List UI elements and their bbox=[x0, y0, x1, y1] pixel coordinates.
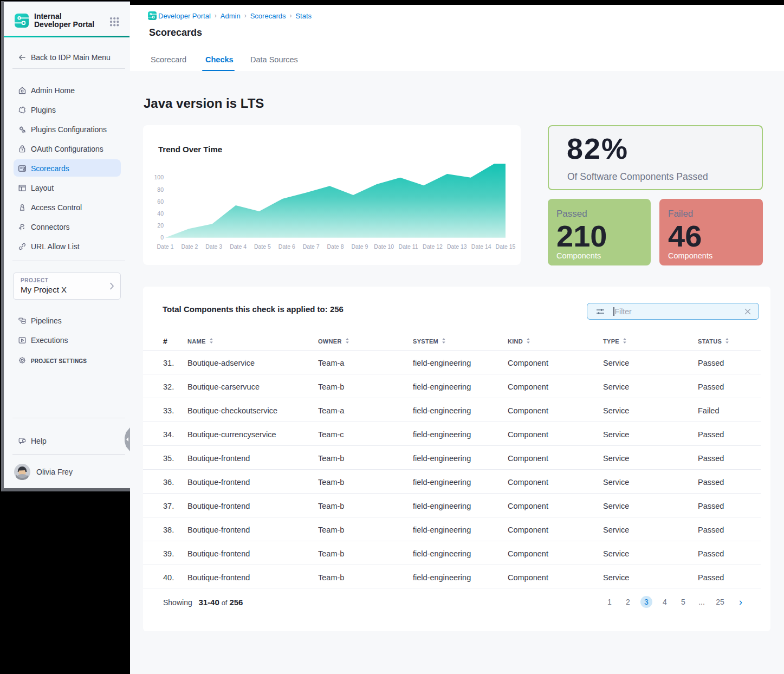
svg-text:Date 2: Date 2 bbox=[181, 243, 198, 250]
svg-text:60: 60 bbox=[157, 198, 164, 205]
svg-text:80: 80 bbox=[157, 186, 164, 193]
svg-text:Date 15: Date 15 bbox=[496, 243, 516, 250]
svg-text:Date 4: Date 4 bbox=[230, 243, 247, 250]
svg-text:Date 14: Date 14 bbox=[471, 243, 491, 250]
svg-text:Date 7: Date 7 bbox=[303, 243, 320, 250]
svg-text:Date 12: Date 12 bbox=[423, 243, 443, 250]
svg-text:Date 1: Date 1 bbox=[157, 243, 174, 250]
svg-text:Date 11: Date 11 bbox=[399, 243, 418, 250]
svg-text:Date 3: Date 3 bbox=[205, 243, 222, 250]
svg-text:Date 9: Date 9 bbox=[351, 243, 368, 250]
svg-text:40: 40 bbox=[157, 210, 164, 217]
svg-text:Date 10: Date 10 bbox=[374, 243, 394, 250]
svg-text:20: 20 bbox=[157, 222, 164, 229]
svg-text:Date 8: Date 8 bbox=[327, 243, 344, 250]
svg-text:100: 100 bbox=[154, 174, 164, 180]
svg-text:Date 6: Date 6 bbox=[278, 243, 295, 250]
svg-text:Date 5: Date 5 bbox=[254, 243, 271, 250]
svg-text:Date 13: Date 13 bbox=[447, 243, 467, 250]
svg-text:0: 0 bbox=[160, 234, 164, 241]
